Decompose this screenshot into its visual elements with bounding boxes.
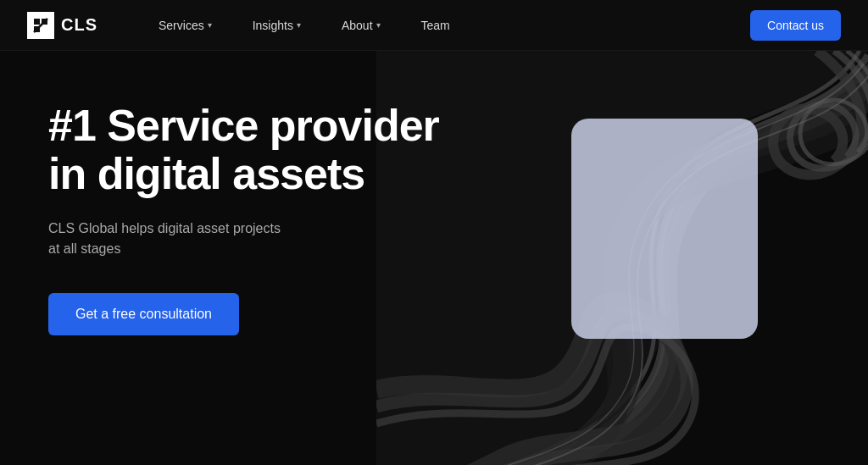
chevron-down-icon: ▾ — [297, 20, 301, 30]
hero-headline-line2: in digital assets — [48, 149, 364, 198]
nav-services-label: Services — [159, 19, 204, 32]
hero-headline: #1 Service provider in digital assets — [48, 102, 439, 198]
navbar: CLS Services ▾ Insights ▾ About ▾ Team C… — [0, 0, 868, 51]
logo[interactable]: CLS — [27, 12, 97, 39]
nav-right: Contact us — [750, 10, 841, 41]
nav-item-insights[interactable]: Insights ▾ — [232, 0, 321, 51]
nav-item-about[interactable]: About ▾ — [321, 0, 401, 51]
nav-item-team[interactable]: Team — [401, 0, 470, 51]
logo-icon — [27, 12, 54, 39]
nav-links: Services ▾ Insights ▾ About ▾ Team — [138, 0, 750, 51]
contact-button[interactable]: Contact us — [750, 10, 841, 41]
hero-headline-line1: #1 Service provider — [48, 101, 439, 150]
hero-content: #1 Service provider in digital assets CL… — [48, 102, 439, 335]
nav-item-services[interactable]: Services ▾ — [138, 0, 232, 51]
floating-card — [571, 119, 758, 339]
nav-team-label: Team — [421, 19, 450, 32]
nav-insights-label: Insights — [253, 19, 293, 32]
chevron-down-icon: ▾ — [208, 20, 212, 30]
cta-button[interactable]: Get a free consultation — [48, 293, 239, 335]
nav-about-label: About — [342, 19, 373, 32]
logo-text: CLS — [61, 15, 97, 35]
hero-section: #1 Service provider in digital assets CL… — [0, 51, 868, 465]
hero-subtext: CLS Global helps digital asset projects … — [48, 219, 286, 259]
chevron-down-icon: ▾ — [376, 20, 381, 30]
svg-rect-0 — [34, 19, 40, 25]
